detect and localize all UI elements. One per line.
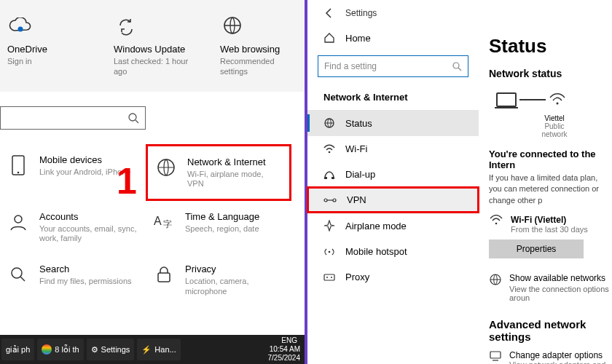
page-title: Status: [489, 35, 611, 58]
onedrive-sub: Sign in: [7, 56, 85, 66]
globe-icon: [220, 13, 245, 38]
svg-text:字: 字: [163, 219, 172, 229]
current-connection: Wi-Fi (Viettel) From the last 30 days: [489, 215, 611, 234]
find-setting-input[interactable]: Find a setting: [318, 55, 468, 77]
nav-dialup[interactable]: Dial-up: [307, 162, 479, 187]
lock-icon: [153, 264, 175, 285]
svg-point-21: [331, 277, 332, 278]
windows-update-card[interactable]: Windows Update Last checked: 1 hour ago: [114, 13, 191, 77]
status-icon: [323, 117, 335, 129]
hotspot-icon: [323, 247, 335, 257]
sync-icon: [114, 13, 138, 38]
svg-point-4: [17, 171, 20, 173]
svg-rect-15: [332, 177, 334, 179]
properties-button[interactable]: Properties: [489, 240, 584, 258]
change-adapter-link[interactable]: Change adapter options View network adap…: [489, 350, 611, 364]
taskbar-item[interactable]: giải ph: [1, 339, 34, 360]
wifi-icon: [549, 93, 566, 106]
svg-point-17: [333, 199, 336, 202]
time-language-category[interactable]: A字 Time & Language Speech, region, date: [146, 201, 291, 253]
onedrive-title: OneDrive: [7, 44, 85, 55]
time-language-icon: A字: [153, 211, 175, 233]
adapter-icon: [489, 350, 502, 364]
nav-section-title: Network & Internet: [307, 82, 479, 110]
search-icon: [7, 264, 29, 285]
globe-icon: [155, 157, 177, 178]
search-icon: [128, 112, 139, 124]
svg-point-0: [18, 27, 23, 32]
svg-point-2: [129, 114, 136, 121]
taskbar-settings[interactable]: ⚙Settings: [87, 339, 135, 360]
nav-home[interactable]: Home: [307, 25, 479, 51]
accounts-category[interactable]: Accounts Your accounts, email, sync, wor…: [0, 201, 146, 253]
web-browsing-title: Web browsing: [220, 44, 297, 55]
privacy-category[interactable]: Privacy Location, camera, microphone: [146, 253, 291, 306]
settings-search-input[interactable]: [0, 106, 146, 130]
settings-nav: Home Find a setting Network & Internet S…: [307, 22, 479, 364]
nav-status[interactable]: Status: [307, 110, 479, 136]
svg-point-22: [557, 103, 559, 105]
windows-update-title: Windows Update: [114, 44, 191, 55]
svg-point-23: [495, 223, 498, 225]
annotation-1: 1: [117, 160, 137, 202]
advanced-heading: Advanced network settings: [489, 318, 611, 343]
nav-airplane[interactable]: Airplane mode: [307, 213, 479, 239]
network-internet-category[interactable]: Network & Internet Wi-Fi, airplane mode,…: [146, 144, 291, 201]
globe-icon: [489, 273, 502, 314]
settings-header: Settings: [307, 0, 612, 22]
show-networks-link[interactable]: Show available networks View the connect…: [489, 273, 611, 314]
web-browsing-sub: Recommended settings: [220, 56, 297, 77]
taskbar-item[interactable]: 8 lỗi th: [37, 339, 83, 360]
network-diagram: [489, 90, 611, 110]
wifi-icon: [323, 144, 335, 154]
svg-point-11: [453, 63, 459, 68]
nav-vpn[interactable]: VPN: [307, 187, 479, 213]
svg-text:A: A: [154, 215, 162, 227]
proxy-icon: [323, 272, 335, 282]
network-status-heading: Network status: [489, 68, 611, 79]
vpn-icon: [323, 196, 337, 205]
airplane-icon: [323, 220, 335, 232]
nav-hotspot[interactable]: Mobile hotspot: [307, 239, 479, 264]
svg-point-16: [324, 199, 327, 202]
gear-icon: ⚙: [91, 345, 98, 355]
settings-top-shortcuts: OneDrive Sign in Windows Update Last che…: [0, 0, 305, 92]
nav-wifi[interactable]: Wi-Fi: [307, 136, 479, 162]
person-icon: [7, 211, 29, 233]
wifi-icon: [489, 215, 503, 234]
nav-proxy[interactable]: Proxy: [307, 264, 479, 290]
search-category[interactable]: Search Find my files, permissions: [0, 253, 146, 306]
phone-icon: [7, 154, 29, 176]
svg-point-6: [15, 215, 22, 223]
settings-categories: Mobile devices Link your Android, iPhone…: [0, 144, 305, 306]
svg-point-13: [329, 151, 331, 153]
svg-rect-14: [324, 177, 327, 179]
taskbar-clock[interactable]: ENG 10:54 AM 7/25/2024: [268, 336, 305, 363]
search-icon: [452, 61, 462, 71]
home-icon: [323, 32, 335, 44]
laptop-icon: [496, 92, 517, 107]
back-icon[interactable]: [323, 7, 335, 19]
dialup-icon: [323, 170, 335, 180]
status-page: 2 Status Network status Viettel Public n…: [479, 22, 611, 364]
web-browsing-card[interactable]: Web browsing Recommended settings: [220, 13, 297, 77]
windows-update-sub: Last checked: 1 hour ago: [114, 56, 191, 77]
taskbar[interactable]: giải ph 8 lỗi th ⚙Settings ⚡Han... ENG 1…: [0, 335, 305, 364]
svg-point-18: [329, 250, 331, 253]
svg-rect-25: [490, 352, 501, 358]
svg-point-20: [326, 277, 328, 278]
svg-rect-19: [324, 274, 334, 280]
svg-point-9: [12, 268, 22, 278]
cloud-icon: [7, 13, 32, 38]
svg-rect-10: [158, 273, 170, 282]
taskbar-item[interactable]: ⚡Han...: [137, 339, 180, 360]
onedrive-card[interactable]: OneDrive Sign in: [7, 13, 85, 77]
